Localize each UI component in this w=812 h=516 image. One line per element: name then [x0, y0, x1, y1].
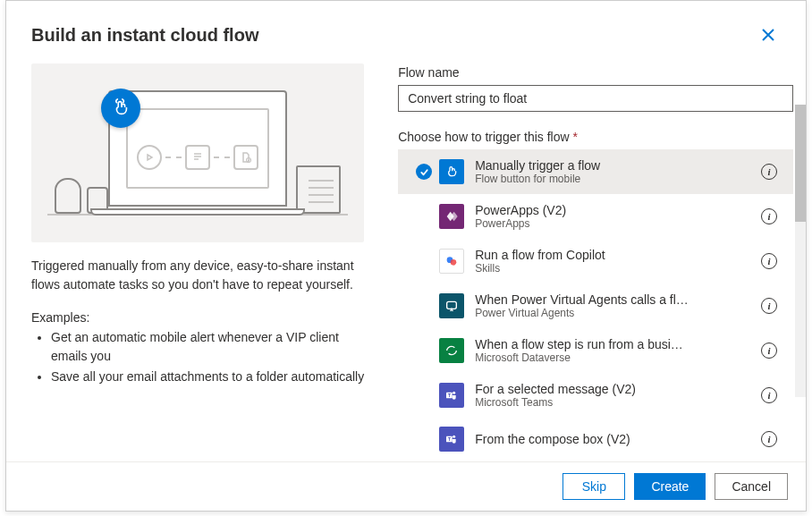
copilot-icon — [439, 249, 464, 274]
info-icon: i — [761, 253, 777, 269]
flow-name-input[interactable] — [398, 85, 793, 112]
trigger-subtitle: Flow button for mobile — [475, 173, 756, 185]
trigger-text: Manually trigger a flowFlow button for m… — [475, 158, 756, 185]
trigger-subtitle: Skills — [475, 262, 756, 275]
examples-list: Get an automatic mobile alert whenever a… — [31, 328, 364, 386]
trigger-item[interactable]: PowerApps (V2)PowerAppsi — [398, 194, 793, 239]
info-icon: i — [761, 387, 777, 403]
touch-icon — [101, 89, 140, 128]
flow-name-label: Flow name — [398, 65, 793, 80]
radio-slot — [409, 343, 439, 359]
trigger-text: For a selected message (V2)Microsoft Tea… — [475, 382, 756, 409]
trigger-title: PowerApps (V2) — [475, 203, 756, 217]
trigger-item[interactable]: When Power Virtual Agents calls a fl…Pow… — [398, 283, 793, 328]
powerapps-icon — [439, 204, 464, 229]
dataverse-icon — [439, 338, 464, 363]
trigger-label: Choose how to trigger this flow * — [398, 130, 793, 144]
info-button[interactable]: i — [756, 387, 782, 403]
radio-slot — [409, 298, 439, 314]
example-item: Get an automatic mobile alert whenever a… — [51, 328, 364, 366]
left-panel: Triggered manually from any device, easy… — [6, 55, 382, 461]
teams-icon: T — [439, 427, 464, 452]
svg-point-6 — [453, 392, 455, 394]
create-button[interactable]: Create — [634, 473, 706, 500]
dialog-body: Triggered manually from any device, easy… — [6, 55, 806, 461]
trigger-text: When Power Virtual Agents calls a fl…Pow… — [475, 292, 756, 319]
dialog-header: Build an instant cloud flow — [6, 1, 806, 55]
dialog: Build an instant cloud flow — [5, 0, 807, 512]
examples-label: Examples: — [31, 310, 364, 325]
info-button[interactable]: i — [756, 208, 782, 224]
trigger-title: For a selected message (V2) — [475, 382, 756, 396]
trigger-subtitle: Power Virtual Agents — [475, 307, 756, 319]
radio-slot — [409, 431, 439, 447]
dialog-footer: Skip Create Cancel — [6, 461, 806, 511]
info-icon: i — [761, 431, 777, 447]
info-button[interactable]: i — [756, 253, 782, 269]
trigger-title: When Power Virtual Agents calls a fl… — [475, 292, 756, 307]
info-button[interactable]: i — [756, 298, 782, 314]
pva-icon — [439, 293, 464, 318]
trigger-subtitle: Microsoft Teams — [475, 396, 756, 409]
skip-button[interactable]: Skip — [562, 473, 625, 500]
radio-slot — [409, 208, 439, 224]
close-button[interactable] — [756, 22, 781, 47]
radio-slot — [409, 253, 439, 269]
dialog-title: Build an instant cloud flow — [31, 25, 258, 46]
info-icon: i — [761, 298, 777, 314]
trigger-text: PowerApps (V2)PowerApps — [475, 203, 756, 230]
trigger-subtitle: Microsoft Dataverse — [475, 351, 756, 364]
illustration — [31, 63, 364, 242]
svg-point-2 — [451, 259, 457, 266]
svg-point-9 — [453, 436, 455, 438]
scrollbar[interactable] — [795, 105, 806, 397]
info-button[interactable]: i — [756, 431, 782, 447]
close-icon — [761, 28, 775, 42]
trigger-text: When a flow step is run from a busi…Micr… — [475, 337, 756, 364]
radio-slot — [409, 387, 439, 403]
trigger-title: Run a flow from Copilot — [475, 248, 756, 262]
trigger-text: Run a flow from CopilotSkills — [475, 248, 756, 275]
description: Triggered manually from any device, easy… — [31, 257, 364, 294]
info-button[interactable]: i — [756, 164, 782, 180]
trigger-list: Manually trigger a flowFlow button for m… — [398, 149, 793, 461]
cancel-button[interactable]: Cancel — [715, 473, 788, 500]
trigger-title: Manually trigger a flow — [475, 158, 756, 173]
trigger-item[interactable]: Manually trigger a flowFlow button for m… — [398, 149, 793, 194]
trigger-item[interactable]: When a flow step is run from a busi…Micr… — [398, 328, 793, 373]
trigger-item[interactable]: TFrom the compose box (V2)i — [398, 418, 793, 461]
info-button[interactable]: i — [756, 343, 782, 359]
radio-checked-icon — [409, 164, 439, 180]
trigger-item[interactable]: TFor a selected message (V2)Microsoft Te… — [398, 373, 793, 418]
trigger-title: When a flow step is run from a busi… — [475, 337, 756, 351]
trigger-subtitle: PowerApps — [475, 217, 756, 230]
hand-icon — [439, 159, 464, 184]
trigger-item[interactable]: Run a flow from CopilotSkillsi — [398, 239, 793, 283]
teams-icon: T — [439, 383, 464, 408]
right-scroll[interactable]: Flow name Choose how to trigger this flo… — [398, 65, 800, 461]
info-icon: i — [761, 343, 777, 359]
right-panel: Flow name Choose how to trigger this flo… — [382, 55, 806, 461]
example-item: Save all your email attachments to a fol… — [51, 368, 364, 386]
trigger-text: From the compose box (V2) — [475, 432, 756, 446]
info-icon: i — [761, 208, 777, 224]
info-icon: i — [761, 164, 777, 180]
trigger-title: From the compose box (V2) — [475, 432, 756, 446]
